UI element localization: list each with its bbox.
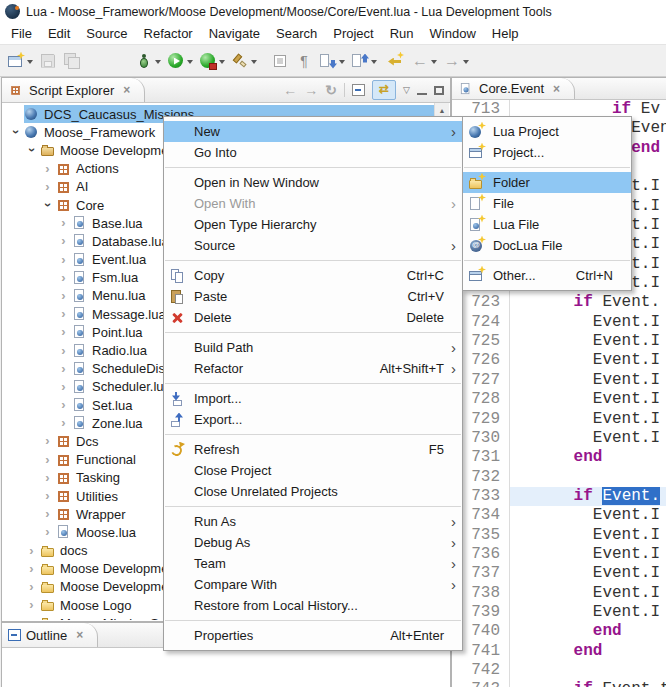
context-menu-item-properties[interactable]: PropertiesAlt+Enter› (164, 625, 462, 646)
close-icon[interactable]: × (123, 83, 130, 97)
context-menu-item-new[interactable]: New› (164, 121, 462, 142)
expand-arrow-icon[interactable]: › (39, 489, 56, 503)
dropdown-caret-icon[interactable] (155, 60, 161, 67)
debug-button[interactable] (132, 49, 164, 73)
scroll-up-icon[interactable]: ▲ (435, 103, 449, 114)
forward-icon[interactable]: → (304, 82, 318, 98)
code-line-730[interactable]: 730 Event.I (452, 429, 666, 448)
context-menu-item-open-type-hierarchy[interactable]: Open Type Hierarchy› (164, 214, 462, 235)
view-menu-icon[interactable]: ▽ (403, 85, 410, 95)
menu-help[interactable]: Help (484, 24, 527, 43)
context-menu-item-go-into[interactable]: Go Into› (164, 142, 462, 163)
code-line-742[interactable]: 742 (452, 661, 666, 680)
dropdown-caret-icon[interactable] (339, 60, 345, 67)
dropdown-caret-icon[interactable] (219, 60, 225, 67)
expand-arrow-icon[interactable]: › (39, 162, 56, 176)
context-menu-item-import[interactable]: Import...› (164, 388, 462, 409)
context-menu-item-close-project[interactable]: Close Project› (164, 460, 462, 481)
code-line-734[interactable]: 734 Event.I (452, 506, 666, 525)
expand-arrow-icon[interactable]: › (39, 453, 56, 467)
expand-arrow-icon[interactable]: › (23, 544, 40, 558)
expand-arrow-icon[interactable]: › (55, 271, 72, 285)
code-line-739[interactable]: 739 Event.I (452, 603, 666, 622)
next-annotation-button[interactable] (316, 49, 348, 73)
code-line-740[interactable]: 740 end (452, 622, 666, 641)
profile-button[interactable] (196, 49, 228, 73)
dropdown-caret-icon[interactable] (431, 60, 437, 67)
context-menu-item-restore-from-local-history[interactable]: Restore from Local History...› (164, 595, 462, 616)
new-wizard-button[interactable] (4, 49, 36, 73)
context-menu-item-compare-with[interactable]: Compare With› (164, 574, 462, 595)
code-line-723[interactable]: 723 if Event. (452, 293, 666, 312)
expand-arrow-icon[interactable]: › (55, 253, 72, 267)
menu-project[interactable]: Project (325, 24, 381, 43)
expand-arrow-icon[interactable]: › (39, 525, 56, 539)
collapse-arrow-icon[interactable]: › (41, 197, 55, 214)
expand-arrow-icon[interactable]: › (55, 398, 72, 412)
back-icon[interactable]: ← (283, 82, 297, 98)
context-menu-item-refresh[interactable]: RefreshF5› (164, 439, 462, 460)
code-line-741[interactable]: 741 end (452, 642, 666, 661)
code-line-738[interactable]: 738 Event.I (452, 584, 666, 603)
mark-occurrences-button[interactable] (268, 49, 292, 73)
expand-arrow-icon[interactable]: › (55, 307, 72, 321)
context-menu-item-export[interactable]: Export...› (164, 409, 462, 430)
expand-arrow-icon[interactable]: › (23, 580, 40, 594)
code-line-727[interactable]: 727 Event.I (452, 371, 666, 390)
code-line-724[interactable]: 724 Event.I (452, 313, 666, 332)
dropdown-caret-icon[interactable] (371, 60, 377, 67)
code-line-725[interactable]: 725 Event.I (452, 332, 666, 351)
code-line-743[interactable]: 743 if Event.ta (452, 680, 666, 687)
expand-arrow-icon[interactable]: › (55, 416, 72, 430)
menu-search[interactable]: Search (268, 24, 325, 43)
context-menu-item-delete[interactable]: DeleteDelete› (164, 307, 462, 328)
dropdown-caret-icon[interactable] (251, 60, 257, 67)
expand-arrow-icon[interactable]: › (23, 562, 40, 576)
code-line-737[interactable]: 737 Event.I (452, 564, 666, 583)
format-brush-button[interactable] (228, 49, 260, 73)
expand-arrow-icon[interactable]: › (39, 180, 56, 194)
context-menu-item-paste[interactable]: PasteCtrl+V› (164, 286, 462, 307)
collapse-arrow-icon[interactable]: › (9, 124, 23, 141)
back-button[interactable]: ← (408, 49, 440, 73)
code-line-731[interactable]: 731 end (452, 448, 666, 467)
dropdown-caret-icon[interactable] (27, 60, 33, 67)
maximize-icon[interactable] (434, 86, 444, 95)
expand-arrow-icon[interactable]: › (55, 289, 72, 303)
dropdown-caret-icon[interactable] (463, 60, 469, 67)
new-submenu-item-lua-file[interactable]: Lua File› (463, 214, 631, 235)
menu-run[interactable]: Run (382, 24, 422, 43)
context-menu-item-copy[interactable]: CopyCtrl+C› (164, 265, 462, 286)
menu-edit[interactable]: Edit (40, 24, 78, 43)
new-submenu-item-doclua-file[interactable]: DocLua File› (463, 235, 631, 256)
minimize-icon[interactable] (417, 86, 427, 95)
code-line-729[interactable]: 729 Event.I (452, 410, 666, 429)
expand-arrow-icon[interactable]: › (55, 234, 72, 248)
code-line-736[interactable]: 736 Event.I (452, 545, 666, 564)
tab-outline[interactable]: Outline × (2, 623, 98, 647)
context-menu-item-build-path[interactable]: Build Path› (164, 337, 462, 358)
context-menu-item-debug-as[interactable]: Debug As› (164, 532, 462, 553)
new-submenu-item-other[interactable]: Other...Ctrl+N› (463, 265, 631, 286)
new-submenu-item-file[interactable]: File› (463, 193, 631, 214)
expand-arrow-icon[interactable]: › (39, 507, 56, 521)
collapse-arrow-icon[interactable]: › (25, 142, 39, 159)
context-menu-item-refactor[interactable]: RefactorAlt+Shift+T› (164, 358, 462, 379)
expand-arrow-icon[interactable]: › (55, 362, 72, 376)
context-menu-item-run-as[interactable]: Run As› (164, 511, 462, 532)
collapse-all-icon[interactable] (352, 84, 365, 96)
last-edit-location-button[interactable] (384, 49, 408, 73)
run-button[interactable] (164, 49, 196, 73)
menu-window[interactable]: Window (422, 24, 484, 43)
expand-arrow-icon[interactable]: › (55, 344, 72, 358)
dropdown-caret-icon[interactable] (187, 60, 193, 67)
close-icon[interactable]: × (76, 628, 83, 642)
code-line-726[interactable]: 726 Event.I (452, 351, 666, 370)
expand-arrow-icon[interactable]: › (23, 598, 40, 612)
new-submenu-item-folder[interactable]: Folder› (463, 172, 631, 193)
new-submenu-item-project[interactable]: Project...› (463, 142, 631, 163)
tab-script-explorer[interactable]: Script Explorer × (2, 78, 145, 102)
menu-file[interactable]: File (3, 24, 40, 43)
close-icon[interactable]: × (553, 82, 560, 96)
expand-arrow-icon[interactable]: › (55, 325, 72, 339)
